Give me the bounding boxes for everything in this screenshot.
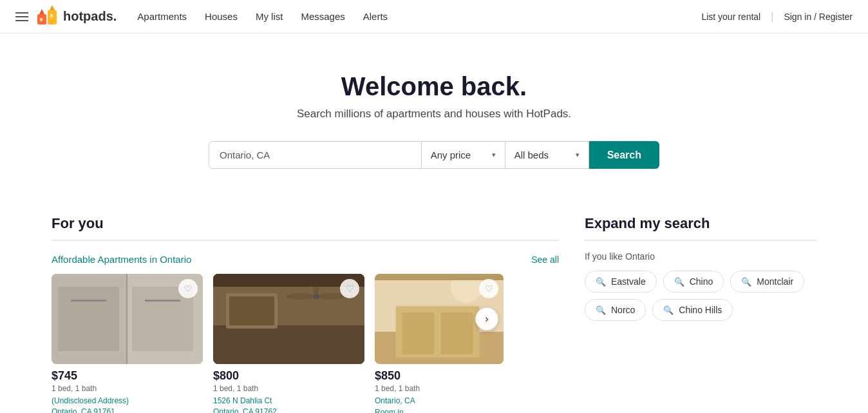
logo-icon [36, 5, 59, 28]
svg-rect-10 [58, 287, 119, 351]
listing-type: Room in [375, 408, 504, 413]
beds-dropdown-label: All beds [514, 149, 549, 160]
logo-text: hotpads. [63, 9, 117, 24]
listing-card[interactable]: ♡ › $850 1 bed, 1 bath Ontario, CA Room … [375, 274, 504, 413]
svg-marker-3 [50, 5, 55, 10]
svg-rect-27 [441, 312, 473, 354]
for-you-section: For you Affordable Apartments in Ontario… [52, 215, 559, 413]
nav-right: List your rental | Sign in / Register [701, 11, 853, 23]
svg-rect-4 [40, 18, 42, 21]
list-rental-link[interactable]: List your rental [701, 12, 760, 22]
see-all-link[interactable]: See all [531, 255, 559, 265]
expand-title: Expand my search [585, 215, 816, 232]
listing-beds: 1 bed, 1 bath [52, 384, 203, 393]
nav-mylist[interactable]: My list [256, 11, 283, 22]
price-chevron-icon: ▾ [492, 151, 496, 159]
tag-label: Norco [611, 305, 635, 315]
nav-messages[interactable]: Messages [301, 11, 344, 22]
nav-links: Apartments Houses My list Messages Alert… [137, 11, 701, 22]
svg-marker-2 [39, 9, 44, 14]
search-location-input[interactable] [209, 141, 422, 169]
svg-rect-26 [402, 312, 435, 354]
svg-rect-13 [145, 300, 180, 302]
price-dropdown[interactable]: Any price ▾ [422, 141, 505, 169]
listings-container: ♡ $745 1 bed, 1 bath (Undisclosed Addres… [52, 274, 559, 413]
expand-tag-chino-hills[interactable]: 🔍 Chino Hills [652, 299, 733, 321]
search-icon: 🔍 [674, 277, 684, 287]
listing-card[interactable]: ♡ $745 1 bed, 1 bath (Undisclosed Addres… [52, 274, 203, 413]
listing-price: $800 [213, 369, 364, 383]
search-icon: 🔍 [741, 277, 751, 287]
subsection-header: Affordable Apartments in Ontario See all [52, 254, 559, 265]
expand-tags: 🔍 Eastvale 🔍 Chino 🔍 Montclair 🔍 Norco 🔍… [585, 271, 816, 321]
favorite-button[interactable]: ♡ [340, 279, 359, 298]
favorite-button[interactable]: ♡ [479, 279, 498, 298]
search-icon: 🔍 [596, 277, 606, 287]
expand-tag-norco[interactable]: 🔍 Norco [585, 299, 646, 321]
subsection-title: Affordable Apartments in Ontario [52, 254, 191, 265]
svg-rect-15 [213, 325, 364, 364]
svg-rect-17 [229, 296, 274, 325]
expand-tag-chino[interactable]: 🔍 Chino [663, 271, 724, 293]
hero-title: Welcome back. [15, 72, 853, 101]
listing-address: Ontario, CA [375, 396, 504, 407]
signin-link[interactable]: Sign in / Register [784, 12, 853, 22]
logo[interactable]: hotpads. [36, 5, 117, 28]
expand-subtitle: If you like Ontario [585, 251, 816, 262]
listing-price: $745 [52, 369, 203, 383]
search-icon: 🔍 [596, 305, 606, 315]
search-icon: 🔍 [663, 305, 674, 315]
search-bar: Any price ▾ All beds ▾ Search [209, 141, 659, 169]
search-button[interactable]: Search [589, 141, 659, 169]
beds-dropdown[interactable]: All beds ▾ [505, 141, 589, 169]
tag-label: Chino Hills [679, 305, 722, 315]
expand-divider [585, 240, 816, 241]
hero-section: Welcome back. Search millions of apartme… [0, 34, 868, 195]
nav-apartments[interactable]: Apartments [137, 11, 187, 22]
listing-beds: 1 bed, 1 bath [213, 384, 364, 393]
expand-tag-eastvale[interactable]: 🔍 Eastvale [585, 271, 657, 293]
tag-label: Montclair [757, 276, 793, 287]
hero-subtitle: Search millions of apartments and houses… [15, 108, 853, 120]
listing-price: $850 [375, 369, 504, 383]
svg-point-19 [286, 293, 314, 300]
listing-image: ♡ [213, 274, 364, 364]
favorite-button[interactable]: ♡ [178, 279, 198, 298]
listings-row: ♡ $745 1 bed, 1 bath (Undisclosed Addres… [52, 274, 559, 413]
tag-label: Chino [690, 276, 713, 287]
for-you-title: For you [52, 215, 559, 232]
listing-address: 1526 N Dahlia Ct Ontario, CA 91762 [213, 396, 364, 413]
listing-image: ♡ › [375, 274, 504, 364]
for-you-divider [52, 240, 559, 241]
listing-address: (Undisclosed Address) Ontario, CA 91761 [52, 396, 203, 413]
navbar: hotpads. Apartments Houses My list Messa… [0, 0, 868, 34]
hamburger-menu[interactable] [15, 12, 28, 21]
price-dropdown-label: Any price [431, 149, 471, 160]
tag-label: Eastvale [611, 276, 646, 287]
listing-image: ♡ [52, 274, 203, 364]
beds-chevron-icon: ▾ [576, 151, 580, 159]
nav-alerts[interactable]: Alerts [363, 11, 388, 22]
expand-tag-montclair[interactable]: 🔍 Montclair [730, 271, 804, 293]
listing-beds: 1 bed, 1 bath [375, 384, 504, 393]
svg-rect-5 [50, 14, 53, 17]
nav-divider: | [771, 11, 773, 23]
main-content: For you Affordable Apartments in Ontario… [0, 195, 868, 413]
listing-card[interactable]: ♡ $800 1 bed, 1 bath 1526 N Dahlia Ct On… [213, 274, 364, 413]
nav-houses[interactable]: Houses [205, 11, 238, 22]
carousel-next-button[interactable]: › [475, 307, 498, 331]
expand-section: Expand my search If you like Ontario 🔍 E… [585, 215, 816, 413]
svg-rect-12 [71, 300, 106, 302]
